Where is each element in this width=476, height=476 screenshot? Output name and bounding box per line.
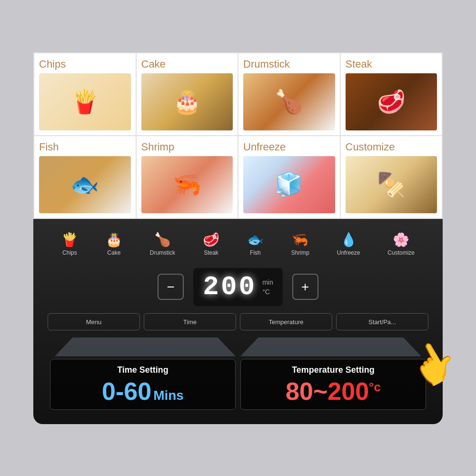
food-image-steak: 🥩 [346,73,437,130]
food-label-shrimp: Shrimp [141,141,233,153]
food-label-steak: Steak [346,58,437,70]
menu-icon-fish[interactable]: 🐟 Fish [247,233,264,256]
food-grid: Chips 🍟 Cake 🎂 Drumstick 🍗 Steak 🥩 Fish … [33,52,443,219]
food-image-cake: 🎂 [141,73,233,130]
menu-icon-cake[interactable]: 🎂 Cake [106,233,122,256]
fish-icon: 🐟 [247,233,264,247]
menu-icon-customize[interactable]: 🌸 Customize [387,233,415,256]
food-image-fish: 🐟 [39,156,131,213]
main-container: Chips 🍟 Cake 🎂 Drumstick 🍗 Steak 🥩 Fish … [33,52,443,424]
control-panel: 🍟 Chips 🎂 Cake 🍗 Drumstick 🥩 Steak 🐟 [33,219,443,424]
time-setting-panel: Time Setting 0-60Mins [50,359,236,410]
menu-icon-steak[interactable]: 🥩 Steak [203,233,219,256]
temperature-display: 200 min °C [193,268,282,306]
food-image-chips: 🍟 [39,73,131,130]
temperature-units: min °C [262,278,273,296]
temp-setting-value: 80~200°c [250,379,416,404]
time-setting-title: Time Setting [60,365,226,375]
food-cell-shrimp[interactable]: Shrimp 🦐 [136,136,238,218]
menu-icon-shrimp[interactable]: 🦐 Shrimp [291,233,309,256]
temp-80: 80 [286,377,313,405]
time-sixty: 60 [124,377,151,405]
drumstick-icon: 🍗 [154,233,171,247]
chips-icon: 🍟 [61,233,78,247]
unfreeze-icon: 💧 [340,233,357,247]
connectors-row [48,337,428,357]
temp-200: 200 [327,377,369,405]
chips-icon-label: Chips [62,249,77,256]
temp-setting-title: Temperature Setting [250,365,416,375]
bottom-panels: Time Setting 0-60Mins Temperature Settin… [48,359,428,410]
temperature-value: 200 [203,272,257,302]
shrimp-icon-label: Shrimp [291,249,309,256]
left-connector [55,337,236,357]
menu-icon-unfreeze[interactable]: 💧 Unfreeze [337,233,360,256]
unit-celsius: °C [262,288,273,296]
food-label-unfreeze: Unfreeze [243,141,335,153]
food-image-drumstick: 🍗 [243,73,335,130]
minus-button[interactable]: − [158,274,184,300]
cake-icon-label: Cake [107,249,120,256]
food-cell-customize[interactable]: Customize 🍢 [340,136,443,218]
food-cell-chips[interactable]: Chips 🍟 [34,53,136,136]
menu-icon-chips[interactable]: 🍟 Chips [61,233,78,256]
food-cell-unfreeze[interactable]: Unfreeze 🧊 [238,136,340,218]
food-cell-cake[interactable]: Cake 🎂 [136,53,238,136]
display-area: − 200 min °C + [48,268,428,306]
right-connector [240,337,421,357]
menu-icons-row: 🍟 Chips 🎂 Cake 🍗 Drumstick 🥩 Steak 🐟 [48,228,428,263]
customize-icon: 🌸 [393,233,409,247]
food-label-drumstick: Drumstick [243,58,335,70]
food-cell-fish[interactable]: Fish 🐟 [34,136,136,218]
customize-icon-label: Customize [387,249,415,256]
start-pause-button[interactable]: Start/Pa... [336,313,428,330]
food-image-shrimp: 🦐 [141,156,233,213]
steak-icon-label: Steak [204,249,218,256]
food-cell-drumstick[interactable]: Drumstick 🍗 [238,53,340,136]
food-label-cake: Cake [141,58,233,70]
cake-icon: 🎂 [106,233,122,247]
food-label-chips: Chips [39,58,131,70]
temp-celsius-sup: °c [369,379,381,394]
temperature-button[interactable]: Temperature [240,313,332,330]
food-cell-steak[interactable]: Steak 🥩 [340,53,443,136]
food-label-customize: Customize [346,141,437,153]
time-setting-value: 0-60Mins [60,379,226,404]
temp-tilde: ~ [313,377,327,405]
time-button[interactable]: Time [144,313,236,330]
temp-setting-panel: Temperature Setting 80~200°c [240,359,426,410]
food-label-fish: Fish [39,141,131,153]
unit-min: min [262,278,273,286]
time-mins: Mins [153,388,184,403]
menu-button[interactable]: Menu [48,313,140,330]
drumstick-icon-label: Drumstick [150,249,175,256]
shrimp-icon: 🦐 [292,233,308,247]
time-zero: 0 [102,377,116,405]
time-dash: - [116,377,124,405]
steak-icon: 🥩 [203,233,219,247]
unfreeze-icon-label: Unfreeze [337,249,360,256]
menu-icon-drumstick[interactable]: 🍗 Drumstick [150,233,175,256]
plus-button[interactable]: + [292,274,318,300]
food-image-customize: 🍢 [346,156,437,213]
fish-icon-label: Fish [250,249,261,256]
control-buttons-row: Menu Time Temperature Start/Pa... [48,313,428,330]
food-image-unfreeze: 🧊 [243,156,335,213]
